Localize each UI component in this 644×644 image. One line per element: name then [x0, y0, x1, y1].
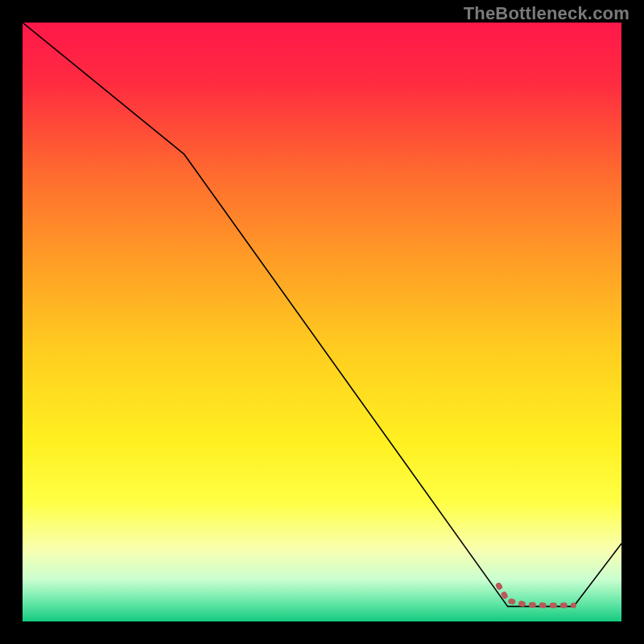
chart-root: TheBottleneck.com: [0, 0, 644, 644]
chart-svg: [23, 23, 621, 621]
watermark-text: TheBottleneck.com: [464, 3, 630, 24]
plot-area: [23, 23, 621, 621]
gradient-background: [23, 23, 621, 621]
